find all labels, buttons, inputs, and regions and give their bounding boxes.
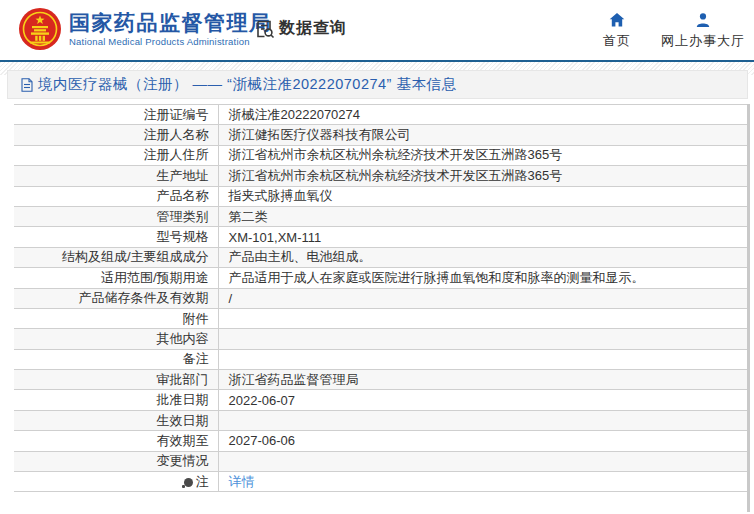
table-row: 适用范围/预期用途产品适用于成人在家庭或医院进行脉搏血氧饱和度和脉率的测量和显示… — [14, 268, 747, 288]
home-icon — [609, 12, 625, 28]
site-header: 国家药品监督管理局 National Medical Products Admi… — [0, 0, 754, 60]
brand-text: 国家药品监督管理局 National Medical Products Admi… — [69, 10, 272, 48]
nav-item-service-hall[interactable]: 网上办事大厅 — [661, 12, 745, 50]
document-icon — [21, 78, 33, 92]
user-icon — [695, 12, 711, 28]
table-row: 有效期至2027-06-06 — [14, 431, 747, 451]
table-row: 注册人名称浙江健拓医疗仪器科技有限公司 — [14, 125, 747, 145]
row-value: 产品适用于成人在家庭或医院进行脉搏血氧饱和度和脉率的测量和显示。 — [218, 268, 747, 288]
row-label: 有效期至 — [14, 431, 218, 451]
row-value: / — [218, 288, 747, 308]
top-nav: 首页 网上办事大厅 — [603, 12, 745, 50]
table-row: 其他内容 — [14, 329, 747, 349]
table-row: 变更情况 — [14, 451, 747, 471]
nav-item-home[interactable]: 首页 — [603, 12, 631, 50]
row-value — [218, 451, 747, 471]
row-label: 审批部门 — [14, 370, 218, 390]
row-value — [218, 410, 747, 430]
row-label: 适用范围/预期用途 — [14, 268, 218, 288]
row-label: 备注 — [14, 349, 218, 369]
org-name-en: National Medical Products Administration — [69, 35, 272, 48]
table-row: 注册证编号浙械注准20222070274 — [14, 105, 747, 125]
detail-link[interactable]: 详情 — [229, 474, 255, 489]
table-row: 结构及组成/主要组成成分产品由主机、电池组成。 — [14, 247, 747, 267]
row-label: 变更情况 — [14, 451, 218, 471]
row-label: 附件 — [14, 308, 218, 328]
table-row: 生效日期 — [14, 410, 747, 430]
registration-info-table: 注册证编号浙械注准20222070274注册人名称浙江健拓医疗仪器科技有限公司注… — [14, 104, 747, 492]
nav-label-home: 首页 — [603, 32, 631, 50]
row-label: 产品名称 — [14, 186, 218, 206]
row-value — [218, 308, 747, 328]
breadcrumb: 境内医疗器械（注册） —— “浙械注准20222070274” 基本信息 — [7, 70, 748, 99]
table-row: 产品储存条件及有效期/ — [14, 288, 747, 308]
table-row: 管理类别第二类 — [14, 206, 747, 226]
row-value: 第二类 — [218, 206, 747, 226]
row-value: 指夹式脉搏血氧仪 — [218, 186, 747, 206]
document-search-icon — [255, 19, 275, 39]
row-value: XM-101,XM-111 — [218, 227, 747, 247]
table-row: 注详情 — [14, 472, 747, 492]
row-label: 生产地址 — [14, 166, 218, 186]
data-query-link[interactable]: 数据查询 — [255, 18, 347, 39]
row-label: 型号规格 — [14, 227, 218, 247]
scrollbar-track[interactable] — [747, 104, 750, 512]
row-value: 2027-06-06 — [218, 431, 747, 451]
row-value — [218, 349, 747, 369]
row-value: 浙江健拓医疗仪器科技有限公司 — [218, 125, 747, 145]
row-value: 浙械注准20222070274 — [218, 105, 747, 125]
breadcrumb-text: 境内医疗器械（注册） —— “浙械注准20222070274” 基本信息 — [38, 75, 456, 94]
table-row: 产品名称指夹式脉搏血氧仪 — [14, 186, 747, 206]
row-value: 详情 — [218, 472, 747, 492]
row-value: 浙江省药品监督管理局 — [218, 370, 747, 390]
row-label: 生效日期 — [14, 410, 218, 430]
row-label: 注 — [14, 472, 218, 492]
table-row: 生产地址浙江省杭州市余杭区杭州余杭经济技术开发区五洲路365号 — [14, 166, 747, 186]
table-row: 附件 — [14, 308, 747, 328]
table-row: 审批部门浙江省药品监督管理局 — [14, 370, 747, 390]
row-value: 浙江省杭州市余杭区杭州余杭经济技术开发区五洲路365号 — [218, 166, 747, 186]
national-emblem-icon — [18, 7, 62, 51]
row-label: 结构及组成/主要组成成分 — [14, 247, 218, 267]
bulb-icon — [184, 478, 193, 487]
row-value — [218, 329, 747, 349]
row-value: 产品由主机、电池组成。 — [218, 247, 747, 267]
row-label: 其他内容 — [14, 329, 218, 349]
row-value: 浙江省杭州市余杭区杭州余杭经济技术开发区五洲路365号 — [218, 145, 747, 165]
data-query-label: 数据查询 — [279, 18, 347, 39]
row-label: 产品储存条件及有效期 — [14, 288, 218, 308]
row-label: 管理类别 — [14, 206, 218, 226]
table-row: 型号规格XM-101,XM-111 — [14, 227, 747, 247]
table-row: 备注 — [14, 349, 747, 369]
table-row: 注册人住所浙江省杭州市余杭区杭州余杭经济技术开发区五洲路365号 — [14, 145, 747, 165]
table-row: 批准日期2022-06-07 — [14, 390, 747, 410]
nmpa-logo[interactable]: 国家药品监督管理局 National Medical Products Admi… — [18, 7, 272, 51]
org-name-zh: 国家药品监督管理局 — [69, 10, 272, 35]
row-value: 2022-06-07 — [218, 390, 747, 410]
row-label: 批准日期 — [14, 390, 218, 410]
row-label: 注册人住所 — [14, 145, 218, 165]
row-label: 注册证编号 — [14, 105, 218, 125]
nav-label-service-hall: 网上办事大厅 — [661, 32, 745, 50]
row-label: 注册人名称 — [14, 125, 218, 145]
page: 国家药品监督管理局 National Medical Products Admi… — [0, 0, 754, 514]
